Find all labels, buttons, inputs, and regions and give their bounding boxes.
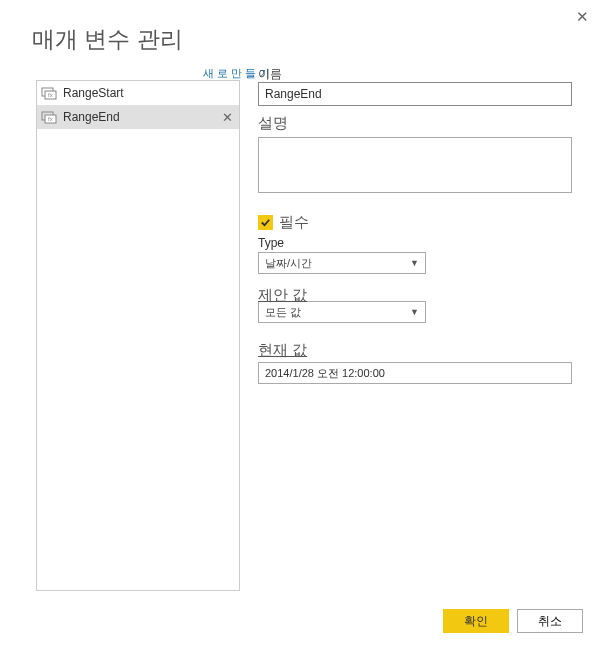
dialog-footer: 확인 취소 xyxy=(443,609,583,633)
dialog-title: 매개 변수 관리 xyxy=(0,0,601,55)
current-value-label: 현재 값 xyxy=(258,341,583,360)
parameter-icon: fx xyxy=(41,85,57,101)
svg-text:fx: fx xyxy=(48,92,53,98)
description-label: 설명 xyxy=(258,114,583,133)
list-item[interactable]: fx RangeStart xyxy=(37,81,239,105)
chevron-down-icon: ▼ xyxy=(410,258,419,268)
close-icon[interactable]: ✕ xyxy=(576,8,589,26)
list-item-label: RangeStart xyxy=(63,86,124,100)
description-input[interactable] xyxy=(258,137,572,193)
list-item[interactable]: fx RangeEnd ✕ xyxy=(37,105,239,129)
suggest-select[interactable]: 모든 값 ▼ xyxy=(258,301,426,323)
delete-icon[interactable]: ✕ xyxy=(222,110,233,125)
suggest-value: 모든 값 xyxy=(265,305,301,320)
content-area: fx RangeStart fx RangeEnd ✕ 설명 필수 xyxy=(36,80,583,591)
type-select[interactable]: 날짜/시간 ▼ xyxy=(258,252,426,274)
current-value-input[interactable] xyxy=(258,362,572,384)
parameter-dialog: ✕ 매개 변수 관리 새 로 만 들 기 이름 fx RangeStart fx… xyxy=(0,0,601,651)
required-checkbox[interactable] xyxy=(258,215,273,230)
cancel-button[interactable]: 취소 xyxy=(517,609,583,633)
parameter-form: 설명 필수 Type 날짜/시간 ▼ 제안 값 모든 값 ▼ 현재 값 xyxy=(240,80,583,591)
chevron-down-icon: ▼ xyxy=(410,307,419,317)
ok-button[interactable]: 확인 xyxy=(443,609,509,633)
svg-text:fx: fx xyxy=(48,116,53,122)
parameter-list: fx RangeStart fx RangeEnd ✕ xyxy=(36,80,240,591)
type-label: Type xyxy=(258,236,583,250)
required-label: 필수 xyxy=(279,213,309,232)
parameter-icon: fx xyxy=(41,109,57,125)
name-input[interactable] xyxy=(258,82,572,106)
type-value: 날짜/시간 xyxy=(265,256,312,271)
list-item-label: RangeEnd xyxy=(63,110,120,124)
